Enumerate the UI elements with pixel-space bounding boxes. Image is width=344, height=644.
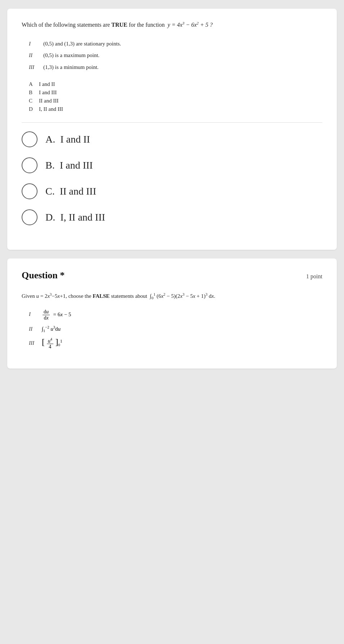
opt-letter-a: A	[29, 81, 39, 87]
radio-label-a: A. I and II	[45, 134, 90, 145]
q2-stmt-row-3: III [ u4 4 ]01	[29, 337, 322, 350]
option-row-b: B I and III	[29, 90, 322, 96]
card2: Question * 1 point Given u = 2x3−5x+1, c…	[7, 258, 337, 369]
statement-row: III (1,3) is a minimum point.	[29, 63, 322, 71]
radio-circle-d[interactable]	[22, 209, 38, 225]
opt-letter-b: B	[29, 90, 39, 96]
opt-letter-c: C	[29, 98, 39, 104]
radio-options: A. I and II B. I and III C. II and III D…	[22, 131, 322, 225]
q2-stmt-text-1: du dx = 6x − 5	[42, 309, 71, 321]
opt-text-c: II and III	[39, 98, 58, 104]
q2-stmt-text-2: ∫1−2 u3du	[42, 325, 61, 333]
radio-option-b[interactable]: B. I and III	[22, 157, 322, 173]
opt-text-d: I, II and III	[39, 106, 63, 112]
statements-table: I (0,5) and (1,3) are stationary points.…	[29, 40, 322, 71]
question-stem: Which of the following statements are TR…	[22, 20, 322, 30]
radio-label-b: B. I and III	[45, 160, 93, 171]
q2-stmt-text-3: [ u4 4 ]01	[42, 337, 62, 350]
q2-statements: I du dx = 6x − 5 II ∫1−2 u3du III [ u4	[29, 309, 322, 350]
options-list: A I and II B I and III C II and III D I,…	[29, 81, 322, 112]
q2-num-3: III	[29, 340, 42, 346]
asterisk: *	[58, 270, 65, 280]
q2-num-1: I	[29, 311, 42, 317]
option-row-c: C II and III	[29, 98, 322, 104]
stmt-text-2: (0,5) is a maximum point.	[43, 51, 100, 60]
radio-circle-b[interactable]	[22, 157, 38, 173]
radio-label-d: D. I, II and III	[45, 212, 105, 223]
divider	[22, 122, 322, 123]
opt-text-b: I and III	[39, 90, 57, 96]
q2-stem: Given u = 2x3−5x+1, choose the FALSE sta…	[22, 291, 322, 301]
function-expression: y = 4x3 − 6x2 + 5 ?	[168, 22, 213, 28]
radio-circle-c[interactable]	[22, 183, 38, 199]
radio-option-d[interactable]: D. I, II and III	[22, 209, 322, 225]
radio-circle-a[interactable]	[22, 131, 38, 147]
radio-label-c: C. II and III	[45, 186, 96, 197]
q2-stmt-row-2: II ∫1−2 u3du	[29, 325, 322, 333]
stmt-num-3: III	[29, 63, 43, 71]
q2-num-2: II	[29, 326, 42, 332]
option-row-a: A I and II	[29, 81, 322, 87]
stmt-text-3: (1,3) is a minimum point.	[43, 63, 98, 71]
question-title: Question *	[22, 270, 65, 281]
points-label: 1 point	[306, 273, 322, 280]
opt-letter-d: D	[29, 106, 39, 112]
stem-text: Which of the following statements are TR…	[22, 22, 166, 28]
radio-option-c[interactable]: C. II and III	[22, 183, 322, 199]
question-label: Question	[22, 270, 58, 280]
stmt-num-2: II	[29, 51, 43, 60]
stmt-text-1: (0,5) and (1,3) are stationary points.	[43, 40, 121, 48]
question-header: Question * 1 point	[22, 270, 322, 281]
statement-row: I (0,5) and (1,3) are stationary points.	[29, 40, 322, 48]
card1: Which of the following statements are TR…	[7, 9, 337, 250]
q2-stmt-row-1: I du dx = 6x − 5	[29, 309, 322, 321]
stmt-num-1: I	[29, 40, 43, 48]
radio-option-a[interactable]: A. I and II	[22, 131, 322, 147]
opt-text-a: I and II	[39, 81, 55, 87]
statement-row: II (0,5) is a maximum point.	[29, 51, 322, 60]
option-row-d: D I, II and III	[29, 106, 322, 112]
